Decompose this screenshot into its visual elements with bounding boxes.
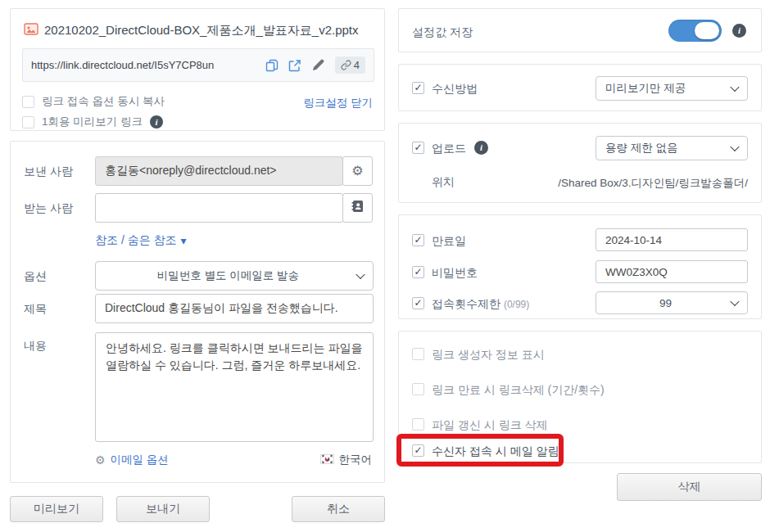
address-book-button[interactable] bbox=[342, 193, 373, 223]
email-options-link[interactable]: ⚙ 이메일 옵션 bbox=[95, 453, 169, 467]
chevron-down-icon: ▾ bbox=[181, 234, 187, 247]
share-url-bar: https://link.directcloud.net/I5sY7CP8un bbox=[22, 48, 374, 82]
recipient-label: 받는 사람 bbox=[24, 201, 73, 216]
sender-settings-button[interactable]: ⚙ bbox=[342, 156, 373, 186]
delete-on-expire-checkbox[interactable] bbox=[412, 383, 424, 395]
mail-alert-label: 수신자 접속 시 메일 알림 bbox=[432, 444, 559, 459]
delete-button[interactable]: 삭제 bbox=[617, 473, 762, 501]
link-settings-close-link[interactable]: 링크설정 닫기 bbox=[303, 96, 373, 110]
subject-label: 제목 bbox=[24, 302, 47, 317]
copy-icon[interactable] bbox=[265, 59, 279, 72]
link-options-card: 링크 생성자 정보 표시 링크 만료 시 링크삭제 (기간/횟수) 파일 갱신 … bbox=[398, 331, 762, 463]
upload-checkbox[interactable] bbox=[412, 142, 424, 154]
language-label: 한국어 bbox=[339, 453, 373, 467]
copy-link-option-row: 링크 접속 옵션 동시 복사 bbox=[22, 94, 165, 109]
chain-link-icon bbox=[341, 60, 351, 70]
share-url[interactable]: https://link.directcloud.net/I5sY7CP8un bbox=[31, 59, 265, 71]
location-path: /Shared Box/3.디자인팀/링크발송폴더/ bbox=[558, 176, 748, 191]
toggle-knob bbox=[695, 22, 719, 39]
save-settings-card: 설정값 저장 i bbox=[398, 8, 762, 52]
access-limit-select[interactable]: 99 bbox=[596, 291, 748, 314]
password-checkbox[interactable] bbox=[412, 266, 424, 278]
link-count: 4 bbox=[354, 59, 360, 71]
show-creator-label: 링크 생성자 정보 표시 bbox=[432, 348, 545, 363]
delete-on-expire-label: 링크 만료 시 링크삭제 (기간/횟수) bbox=[432, 383, 605, 398]
info-icon[interactable]: i bbox=[732, 24, 746, 38]
link-count-badge[interactable]: 4 bbox=[335, 56, 365, 74]
body-label: 내용 bbox=[24, 339, 47, 354]
receive-method-card: 수신방법 미리보기만 제공 bbox=[398, 64, 762, 111]
file-name: 20210202_DirectCloud-BOX_제품소개_발표자료_v2.pp… bbox=[44, 23, 359, 38]
edit-pencil-icon[interactable] bbox=[311, 58, 325, 72]
receive-method-select[interactable]: 미리보기만 제공 bbox=[596, 76, 748, 101]
mail-alert-checkbox[interactable] bbox=[412, 444, 424, 457]
cc-bcc-label: 참조 / 숨은 참조 bbox=[95, 233, 177, 248]
gear-icon: ⚙ bbox=[351, 165, 363, 178]
body-textarea[interactable]: 안녕하세요. 링크를 클릭하시면 보내드리는 파일을 열람하실 수 있습니다. … bbox=[95, 332, 374, 442]
show-creator-checkbox[interactable] bbox=[412, 348, 424, 360]
pptx-file-icon bbox=[24, 22, 38, 39]
open-external-icon[interactable] bbox=[288, 59, 301, 72]
location-label: 위치 bbox=[432, 175, 455, 190]
preview-button[interactable]: 미리보기 bbox=[10, 496, 103, 522]
one-time-preview-checkbox[interactable] bbox=[22, 116, 34, 128]
link-share-dialog: 20210202_DirectCloud-BOX_제품소개_발표자료_v2.pp… bbox=[0, 0, 770, 532]
upload-capacity-select[interactable]: 용량 제한 없음 bbox=[596, 136, 748, 160]
copy-link-option-label: 링크 접속 옵션 동시 복사 bbox=[42, 94, 165, 109]
send-button[interactable]: 보내기 bbox=[116, 496, 210, 522]
delete-on-update-label: 파일 갱신 시 링크 삭제 bbox=[432, 418, 548, 433]
password-label: 비밀번호 bbox=[432, 266, 478, 281]
copy-link-option-checkbox[interactable] bbox=[22, 96, 34, 108]
password-input[interactable] bbox=[596, 260, 748, 283]
subject-input[interactable] bbox=[95, 294, 374, 323]
upload-label: 업로드 bbox=[432, 142, 466, 156]
upload-card: 업로드 i 용량 제한 없음 위치 /Shared Box/3.디자인팀/링크발… bbox=[398, 123, 762, 203]
file-title-row: 20210202_DirectCloud-BOX_제품소개_발표자료_v2.pp… bbox=[24, 22, 359, 39]
sender-label: 보낸 사람 bbox=[24, 165, 73, 179]
access-limit-counter: (0/99) bbox=[504, 299, 529, 310]
save-settings-toggle[interactable] bbox=[668, 20, 722, 42]
limits-card: 만료일 비밀번호 접속횟수제한 (0/99) 99 bbox=[398, 214, 762, 319]
info-icon[interactable]: i bbox=[474, 141, 488, 155]
email-options-label: 이메일 옵션 bbox=[111, 453, 169, 467]
expiry-checkbox[interactable] bbox=[412, 234, 424, 246]
gear-icon: ⚙ bbox=[95, 454, 106, 466]
delete-on-update-checkbox[interactable] bbox=[412, 418, 424, 431]
recipient-input[interactable] bbox=[95, 193, 343, 223]
access-limit-checkbox[interactable] bbox=[412, 297, 424, 309]
link-info-card: 20210202_DirectCloud-BOX_제품소개_발표자료_v2.pp… bbox=[10, 8, 385, 131]
access-limit-label: 접속횟수제한 (0/99) bbox=[432, 297, 529, 312]
receive-method-checkbox[interactable] bbox=[412, 82, 424, 94]
korean-flag-icon bbox=[320, 453, 334, 467]
language-selector[interactable]: 한국어 bbox=[320, 453, 373, 467]
one-time-preview-row: 1회용 미리보기 링크 i bbox=[22, 115, 163, 129]
option-label: 옵션 bbox=[24, 269, 47, 284]
expiry-label: 만료일 bbox=[432, 234, 466, 249]
cancel-button[interactable]: 취소 bbox=[292, 496, 385, 522]
cc-bcc-toggle[interactable]: 참조 / 숨은 참조 ▾ bbox=[95, 233, 187, 248]
expiry-date-input[interactable] bbox=[596, 228, 748, 251]
receive-method-label: 수신방법 bbox=[432, 82, 478, 97]
info-icon[interactable]: i bbox=[150, 115, 163, 128]
address-book-icon bbox=[351, 200, 364, 216]
one-time-preview-label: 1회용 미리보기 링크 bbox=[42, 115, 143, 129]
mail-form-card: 보낸 사람 ⚙ 받는 사람 참조 / 숨은 참조 ▾ 옵션 bbox=[10, 141, 385, 483]
mail-option-select[interactable]: 비밀번호 별도 이메일로 발송 bbox=[95, 261, 374, 291]
save-settings-label: 설정값 저장 bbox=[412, 25, 473, 40]
sender-input[interactable] bbox=[95, 156, 343, 186]
